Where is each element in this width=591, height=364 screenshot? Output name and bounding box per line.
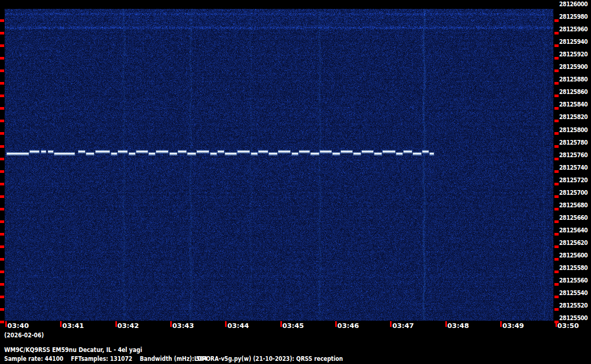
frequency-tick [0,296,4,298]
frequency-tick [0,220,4,223]
frequency-tick [554,132,559,135]
frequency-tick [0,158,4,160]
frequency-label: 28125920 [559,51,588,57]
frequency-tick [554,245,559,248]
time-tick [5,321,7,327]
time-label: 03:49 [502,322,524,330]
frequency-label: 28125900 [559,63,588,70]
frequency-tick [554,283,559,286]
frequency-label: 28125660 [559,214,588,221]
time-tick [555,321,557,327]
frequency-label: 28125740 [559,164,588,171]
frequency-tick [554,82,559,85]
time-label: 03:46 [337,322,359,330]
frequency-tick [554,32,559,34]
frequency-tick [0,245,4,248]
time-label: 03:45 [282,322,304,330]
frequency-tick [0,308,4,311]
frequency-tick [554,233,559,236]
frequency-tick [554,158,559,160]
frequency-label: 28125700 [559,189,588,196]
time-label: 03:48 [447,322,469,330]
frequency-label: 28125980 [559,13,588,20]
frequency-tick [0,183,4,185]
frequency-tick [0,32,4,34]
frequency-label: 28125520 [559,302,588,309]
frequency-tick [554,170,559,173]
frequency-tick [0,283,4,286]
time-label: 03:42 [117,322,139,330]
time-tick [225,321,227,327]
frequency-tick [0,271,4,273]
frequency-tick [0,107,4,110]
frequency-label: 28125720 [559,177,588,183]
frequency-label: 28125560 [559,277,588,284]
station-info: WM9C/KQ9RSS EM59nu Decatur, IL - 4el yag… [4,346,142,354]
time-label: 03:50 [558,322,579,330]
capture-parameters: Sample rate: 44100 FFTsamples: 131072 Ba… [4,355,207,362]
frequency-label: 28125860 [559,88,588,95]
frequency-label: 28125940 [559,38,588,45]
frequency-tick [554,220,559,223]
time-label: 03:43 [172,322,194,330]
qrss-grabber-window: 2812600028125980281259602812594028125920… [0,0,591,364]
frequency-tick [0,57,4,60]
frequency-tick [554,271,559,273]
frequency-label: 28125780 [559,139,588,146]
date-label: (2026-02-06) [4,331,44,339]
frequency-tick [0,145,4,148]
time-label: 03:47 [392,322,413,330]
frequency-label: 28125840 [559,101,588,108]
frequency-tick [0,321,4,323]
frequency-label: 28125960 [559,26,588,32]
frequency-tick [554,19,559,22]
frequency-tick [0,170,4,173]
frequency-tick [554,44,559,47]
frequency-tick [0,233,4,236]
frequency-tick [0,82,4,85]
frequency-tick [554,107,559,110]
time-tick [445,321,447,327]
frequency-tick [554,258,559,261]
frequency-tick [0,208,4,210]
frequency-tick [554,208,559,210]
frequency-label: 28125500 [559,314,588,321]
frequency-label: 28125760 [559,151,588,158]
frequency-label: 28125880 [559,76,588,83]
frequency-tick [554,308,559,311]
time-label: 03:44 [227,322,249,330]
frequency-tick [0,120,4,122]
frequency-tick [0,19,4,22]
frequency-tick [554,195,559,198]
spectrogram-canvas [5,9,553,321]
frequency-label: 28126000 [559,1,588,7]
time-tick [115,321,117,327]
frequency-tick [554,183,559,185]
time-tick [390,321,392,327]
frequency-tick [554,296,559,298]
frequency-label: 28125680 [559,202,588,208]
frequency-label: 28125820 [559,113,588,120]
frequency-label: 28125580 [559,264,588,271]
time-label: 03:41 [62,322,84,330]
frequency-label: 28125540 [559,289,588,296]
frequency-label: 28125600 [559,252,588,259]
frequency-tick [0,69,4,72]
time-tick [60,321,62,327]
time-tick [500,321,502,327]
frequency-tick [0,258,4,261]
frequency-label: 28125620 [559,239,588,246]
frequency-tick [554,145,559,148]
frequency-tick [0,44,4,47]
frequency-tick [554,120,559,122]
frequency-tick [554,69,559,72]
frequency-tick [554,57,559,60]
time-tick [280,321,282,327]
frequency-label: 28125640 [559,227,588,233]
frequency-label: 28125800 [559,126,588,133]
software-info: LOPORA-v5g.py(w) (21-10-2023): QRSS rece… [194,355,343,362]
frequency-tick [0,132,4,135]
frequency-tick [554,95,559,97]
frequency-tick [0,195,4,198]
time-tick [335,321,337,327]
